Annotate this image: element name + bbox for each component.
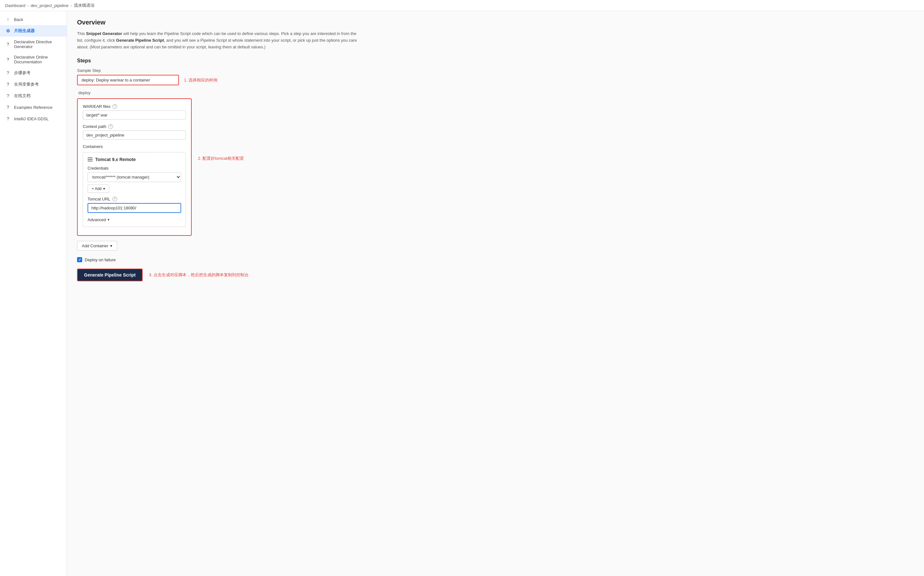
advanced-label: Advanced (88, 218, 106, 222)
overview-bold1: Snippet Generator (86, 31, 122, 36)
deploy-failure-label: Deploy on failure (85, 258, 116, 262)
sample-step-label: Sample Step (77, 68, 914, 73)
generate-row: Generate Pipeline Script 3. 点击生成对应脚本，然后把… (77, 269, 914, 281)
sidebar-item-snippet[interactable]: ⚙ 片段生成器 (0, 25, 67, 37)
sidebar-item-steps-ref[interactable]: ? 步骤参考 (0, 67, 67, 78)
credentials-select[interactable]: tomcat/****** (tomcat manager) (88, 172, 181, 182)
containers-label: Containers (83, 144, 186, 149)
generate-btn-label: Generate Pipeline Script (84, 272, 136, 277)
overview-pre: This (77, 31, 86, 36)
context-path-label-text: Context path (83, 124, 106, 129)
sidebar-item-back[interactable]: ↑ Back (0, 14, 67, 25)
advanced-toggle[interactable]: Advanced ▾ (88, 218, 181, 222)
global-var-icon: ? (5, 82, 11, 87)
credentials-label: Credentials (88, 166, 181, 171)
steps-ref-icon: ? (5, 70, 11, 76)
war-ear-group: WAR/EAR files ? (83, 104, 186, 120)
add-container-button[interactable]: Add Container ▾ (77, 241, 117, 251)
breadcrumb-sep-2: › (70, 3, 72, 8)
overview-bold2: Generate Pipeline Script (116, 38, 164, 43)
form-panel: WAR/EAR files ? Context path ? Container… (77, 98, 192, 236)
steps-section-title: Steps (77, 58, 914, 64)
war-ear-help-icon[interactable]: ? (112, 104, 117, 109)
sidebar: ↑ Back ⚙ 片段生成器 ? Declarative Directive G… (0, 11, 67, 576)
add-container-label: Add Container (82, 243, 108, 248)
breadcrumb-current: 流水线语法 (74, 3, 94, 8)
sidebar-item-online-doc[interactable]: ? 在线文档 (0, 90, 67, 101)
breadcrumb-pipeline[interactable]: dev_project_pipeline (30, 3, 69, 8)
back-icon: ↑ (5, 16, 11, 22)
sample-step-row: deploy: Deploy war/ear to a container 1.… (77, 75, 914, 85)
sidebar-label-back: Back (14, 17, 61, 22)
add-button-label: + Add (92, 187, 102, 191)
sidebar-label-intellij: IntelliJ IDEA GDSL (14, 117, 61, 121)
declarative-online-icon: ? (5, 57, 11, 62)
breadcrumb-dashboard[interactable]: Dashboard (5, 3, 26, 8)
snippet-icon: ⚙ (5, 28, 11, 34)
container-header: Tomcat 9.x Remote (88, 157, 181, 162)
sidebar-item-declarative-directive[interactable]: ? Declarative Directive Generator (0, 37, 67, 52)
deploy-failure-row: Deploy on failure (77, 257, 914, 262)
annotation-1: 1. 选择相应的样例 (184, 77, 218, 83)
context-path-help-icon[interactable]: ? (108, 124, 113, 129)
sidebar-label-online-doc: 在线文档 (14, 93, 61, 99)
declarative-directive-icon: ? (5, 42, 11, 47)
sidebar-label-steps-ref: 步骤参考 (14, 70, 61, 76)
tomcat-url-label-text: Tomcat URL (88, 197, 110, 202)
context-path-input[interactable] (83, 130, 186, 140)
sidebar-item-declarative-online[interactable]: ? Declarative Online Documentation (0, 52, 67, 67)
deploy-label: deploy (77, 90, 914, 95)
sidebar-item-examples[interactable]: ? Examples Reference (0, 101, 67, 113)
sidebar-item-global-var[interactable]: ? 全局变量参考 (0, 78, 67, 90)
war-ear-label: WAR/EAR files ? (83, 104, 186, 109)
war-ear-input[interactable] (83, 110, 186, 120)
container-name: Tomcat 9.x Remote (95, 157, 136, 162)
sidebar-label-global-var: 全局变量参考 (14, 82, 61, 87)
content-area: Overview This Snippet Generator will hel… (67, 11, 924, 576)
breadcrumb-sep-1: › (27, 3, 29, 8)
context-path-label: Context path ? (83, 124, 186, 129)
tomcat-url-group: Tomcat URL ? (88, 197, 181, 213)
sidebar-label-declarative-directive: Declarative Directive Generator (14, 40, 61, 49)
intellij-icon: ? (5, 116, 11, 122)
online-doc-icon: ? (5, 93, 11, 99)
hamburger-icon[interactable] (88, 158, 93, 162)
sidebar-label-examples: Examples Reference (14, 105, 61, 110)
page-title: Overview (77, 19, 914, 26)
context-path-group: Context path ? (83, 124, 186, 140)
war-ear-label-text: WAR/EAR files (83, 104, 110, 109)
annotation-3: 3. 点击生成对应脚本，然后把生成的脚本复制到控制台 (149, 272, 249, 278)
sidebar-label-declarative-online: Declarative Online Documentation (14, 55, 61, 64)
sidebar-item-intellij[interactable]: ? IntelliJ IDEA GDSL (0, 113, 67, 125)
tomcat-url-input[interactable] (88, 203, 181, 213)
breadcrumb: Dashboard › dev_project_pipeline › 流水线语法 (0, 0, 924, 11)
container-box: Tomcat 9.x Remote Credentials tomcat/***… (83, 152, 186, 227)
add-button[interactable]: + Add ▾ (88, 185, 109, 193)
annotation-2-area: 2. 配置好tomcat相关配置 (198, 98, 244, 162)
overview-text: This Snippet Generator will help you lea… (77, 30, 364, 50)
sample-step-select[interactable]: deploy: Deploy war/ear to a container (77, 75, 179, 85)
add-container-chevron-icon: ▾ (110, 243, 112, 248)
annotation-2: 2. 配置好tomcat相关配置 (198, 156, 244, 161)
advanced-chevron-icon: ▾ (107, 218, 109, 222)
add-button-chevron: ▾ (103, 187, 105, 191)
generate-pipeline-script-button[interactable]: Generate Pipeline Script (77, 269, 143, 281)
sidebar-label-snippet: 片段生成器 (14, 28, 61, 34)
tomcat-url-help-icon[interactable]: ? (112, 197, 117, 202)
deploy-on-failure-checkbox[interactable] (77, 257, 82, 262)
tomcat-url-label: Tomcat URL ? (88, 197, 181, 202)
examples-icon: ? (5, 104, 11, 110)
